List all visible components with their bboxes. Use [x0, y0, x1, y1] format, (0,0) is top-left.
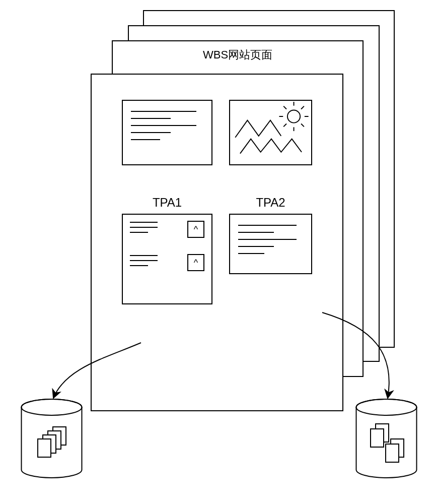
svg-line-6 [301, 106, 304, 109]
svg-line-8 [301, 124, 304, 127]
up-arrow-icon: ^ [187, 221, 204, 238]
svg-line-5 [283, 106, 286, 109]
text-content-tile [122, 100, 212, 165]
text-lines-icon [123, 101, 211, 140]
diagram-canvas: WBS网站页面 [0, 0, 435, 504]
tpa1-lines-1-icon [130, 222, 158, 237]
tpa1-tile: ^ ^ [122, 214, 212, 304]
tpa1-lines-2-icon [130, 255, 158, 270]
page-title-label: WBS网站页面 [112, 47, 364, 62]
tpa2-tile [229, 214, 312, 274]
tpa1-label: TPA1 [122, 196, 212, 210]
svg-line-7 [283, 124, 286, 127]
tpa2-label: TPA2 [229, 196, 312, 210]
database-right [355, 398, 418, 479]
sun-mountains-icon [230, 101, 311, 164]
tpa2-lines-icon [230, 215, 311, 254]
page-frame-front: TPA1 TPA2 ^ ^ [91, 74, 343, 411]
svg-point-0 [287, 110, 300, 122]
database-left [20, 398, 83, 479]
up-arrow-icon: ^ [187, 254, 204, 271]
image-content-tile [229, 100, 312, 165]
